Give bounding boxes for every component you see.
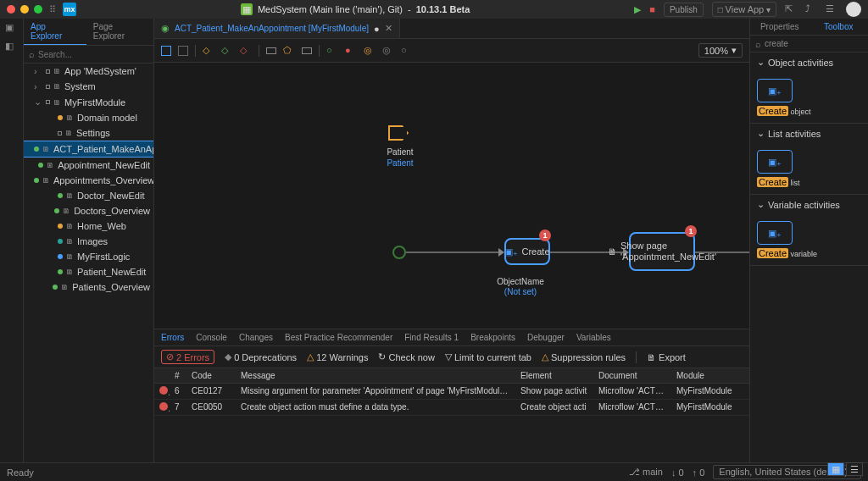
bottom-tab[interactable]: Breakpoints xyxy=(470,333,515,342)
export-button[interactable]: 🗎Export xyxy=(647,352,686,362)
branch-indicator[interactable]: ⎇ main xyxy=(629,467,663,478)
circle-gray-icon[interactable]: ◎ xyxy=(382,45,394,57)
toolbox-item[interactable]: ▣₊ xyxy=(757,79,793,102)
editor-area: ◉ ACT_Patient_MakeAnAppointment [MyFirst… xyxy=(154,19,749,462)
bottom-tab[interactable]: Find Results 1 xyxy=(404,333,459,342)
parameter-node[interactable] xyxy=(388,125,409,141)
tree-node[interactable]: 🗎Settings xyxy=(24,125,153,141)
app-version: 10.13.1 Beta xyxy=(416,4,470,14)
tool-select-icon[interactable] xyxy=(161,46,171,56)
toolbox-section: ⌄Variable activities▣₊Create variable xyxy=(750,195,868,266)
tab-properties[interactable]: Properties xyxy=(750,19,810,35)
close-window[interactable] xyxy=(7,5,15,14)
rect2-icon[interactable] xyxy=(302,47,312,54)
toolbox-item[interactable]: ▣₊ xyxy=(757,150,793,174)
toolbox-item[interactable]: ▣₊ xyxy=(757,221,793,245)
microflow-canvas[interactable]: Patient Patient ▣₊ Create 1 ObjectName (… xyxy=(154,63,749,329)
tool-pan-icon[interactable] xyxy=(178,46,188,56)
rail-structure-icon[interactable]: ◧ xyxy=(5,41,19,54)
create-action[interactable]: ▣₊ Create xyxy=(504,238,550,265)
tree-node[interactable]: 🗎MyFirstLogic xyxy=(24,249,153,264)
bottom-tab[interactable]: Variables xyxy=(576,333,611,342)
start-event[interactable] xyxy=(392,246,406,259)
circle-green-icon[interactable]: ○ xyxy=(326,45,338,57)
tree-node[interactable]: 🗎Patient_NewEdit xyxy=(24,264,153,279)
tree-node[interactable]: 🗎Doctor_NewEdit xyxy=(24,188,153,203)
show-page-action[interactable]: 🗎 Show page 'Appointment_NewEdit' xyxy=(629,232,695,271)
chevron-down-icon: ▾ xyxy=(732,45,737,56)
bottom-tab[interactable]: Changes xyxy=(239,333,273,342)
maximize-window[interactable] xyxy=(34,5,42,14)
section-header[interactable]: ⌄Object activities xyxy=(750,53,868,72)
error-badge[interactable]: 1 xyxy=(539,229,551,241)
bottom-tab[interactable]: Best Practice Recommender xyxy=(285,333,392,342)
notifications-icon[interactable]: ☰ xyxy=(826,3,837,15)
publish-button[interactable]: Publish xyxy=(664,3,704,17)
circle-orange-icon[interactable]: ◎ xyxy=(364,45,376,57)
run-button[interactable]: ▶ xyxy=(634,4,641,15)
document-tabs: ◉ ACT_Patient_MakeAnAppointment [MyFirst… xyxy=(154,19,749,39)
circle-red-icon[interactable]: ● xyxy=(345,45,357,57)
pentagon-icon[interactable]: ⬠ xyxy=(283,45,295,57)
tree-node[interactable]: 🗎Doctors_Overview xyxy=(24,203,153,218)
cart-icon[interactable]: ⤴ xyxy=(805,3,817,15)
check-now-button[interactable]: ↻Check now xyxy=(378,351,434,362)
diamond-green-icon[interactable]: ◇ xyxy=(221,45,233,57)
error-badge[interactable]: 1 xyxy=(685,225,697,237)
errors-filter[interactable]: ⊘2 Errors xyxy=(161,350,214,364)
tree-node[interactable]: 🗎Appointments_Overview xyxy=(24,173,153,188)
create-action-label: Create xyxy=(521,246,549,257)
incoming-count[interactable]: ↓ 0 xyxy=(671,467,684,478)
apps-icon[interactable]: ⠿ xyxy=(49,4,56,15)
stop-button[interactable]: ■ xyxy=(649,4,655,14)
list-view-button[interactable]: ☰ xyxy=(846,462,863,476)
tree-node[interactable]: ›🗎System xyxy=(24,79,153,94)
tree-node[interactable]: 🗎Patients_Overview xyxy=(24,279,153,295)
outgoing-count[interactable]: ↑ 0 xyxy=(693,467,705,478)
tree-node[interactable]: ⌄🗎MyFirstModule xyxy=(24,94,153,110)
flow-line xyxy=(406,252,502,253)
limit-toggle[interactable]: ▽Limit to current tab xyxy=(445,351,531,362)
circle-gray2-icon[interactable]: ○ xyxy=(401,45,413,57)
toolbox-search-input[interactable] xyxy=(765,39,868,48)
rail-explorer-icon[interactable]: ▣ xyxy=(5,22,19,36)
error-row[interactable]: 7CE0050Create object action must define … xyxy=(154,400,749,416)
bottom-tab[interactable]: Debugger xyxy=(527,333,565,342)
right-panel: Properties Toolbox ⌕ ✕ ⌄Object activitie… xyxy=(749,19,868,462)
tree-node[interactable]: 🗎Home_Web xyxy=(24,218,153,234)
explorer-search-input[interactable] xyxy=(38,50,148,59)
deprecations-filter[interactable]: ◆0 Deprecations xyxy=(225,351,297,362)
parameter-label: Patient xyxy=(383,147,417,157)
tree-node[interactable]: 🗎Domain model xyxy=(24,110,153,125)
bottom-tab[interactable]: Console xyxy=(196,333,227,342)
share-icon[interactable]: ⇱ xyxy=(785,3,797,15)
tree-node[interactable]: 🗎Appointment_NewEdit xyxy=(24,158,153,173)
bottom-tab[interactable]: Errors xyxy=(161,333,184,342)
minimize-window[interactable] xyxy=(20,5,29,14)
section-header[interactable]: ⌄Variable activities xyxy=(750,195,868,214)
diamond-red-icon[interactable]: ◇ xyxy=(240,45,252,57)
view-app-button[interactable]: □ View App ▾ xyxy=(712,2,776,17)
explorer-tree: ›🗎App 'MedSystem'›🗎System⌄🗎MyFirstModule… xyxy=(24,64,153,462)
section-header[interactable]: ⌄List activities xyxy=(750,124,868,143)
rect-icon[interactable] xyxy=(266,47,276,54)
tree-node[interactable]: 🗎ACT_Patient_MakeAnAppoint... xyxy=(24,141,153,158)
warnings-filter[interactable]: △12 Warnings xyxy=(307,351,368,362)
tree-node[interactable]: ›🗎App 'MedSystem' xyxy=(24,64,153,79)
statusbar: Ready ⎇ main ↓ 0 ↑ 0 English, United Sta… xyxy=(0,462,868,481)
bottom-panel: ErrorsConsoleChangesBest Practice Recomm… xyxy=(154,329,749,462)
error-row[interactable]: 6CE0127Missing argument for parameter 'A… xyxy=(154,384,749,400)
zoom-selector[interactable]: 100% ▾ xyxy=(698,43,743,58)
user-avatar[interactable] xyxy=(846,2,861,17)
diamond-yellow-icon[interactable]: ◇ xyxy=(203,45,214,57)
explorer-panel: App Explorer Page Explorer ⌕ ›🗎App 'MedS… xyxy=(24,19,154,462)
suppression-button[interactable]: △Suppression rules xyxy=(542,351,626,362)
tab-app-explorer[interactable]: App Explorer xyxy=(24,19,86,45)
document-tab[interactable]: ◉ ACT_Patient_MakeAnAppointment [MyFirst… xyxy=(154,19,400,38)
close-tab-icon[interactable]: ✕ xyxy=(385,23,392,34)
tab-toolbox[interactable]: Toolbox xyxy=(810,19,869,35)
create-object-icon: ▣₊ xyxy=(504,246,518,257)
tab-page-explorer[interactable]: Page Explorer xyxy=(86,19,153,45)
grid-view-button[interactable]: ▦ xyxy=(827,462,844,476)
tree-node[interactable]: 🗎Images xyxy=(24,234,153,249)
